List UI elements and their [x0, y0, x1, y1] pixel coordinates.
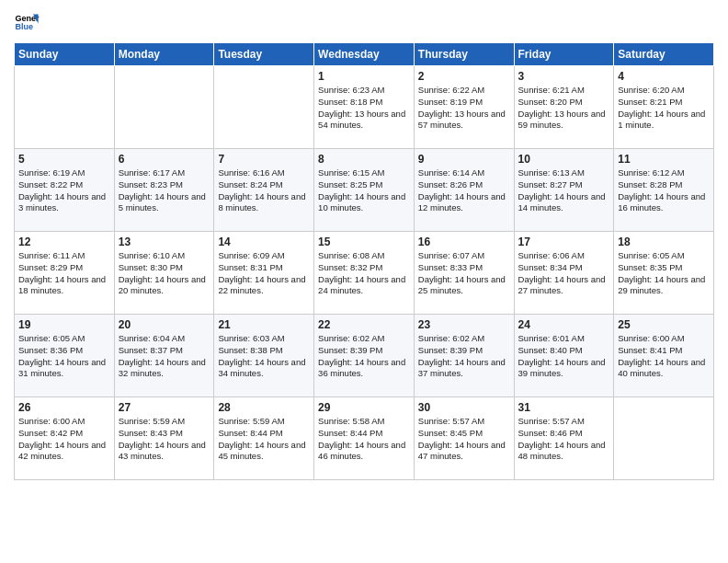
cell-info: Sunrise: 6:14 AMSunset: 8:26 PMDaylight:…: [418, 167, 510, 214]
day-number: 23: [418, 318, 510, 331]
day-number: 2: [418, 70, 510, 83]
weekday-header-friday: Friday: [514, 43, 614, 66]
cell-info: Sunrise: 6:20 AMSunset: 8:21 PMDaylight:…: [618, 85, 710, 132]
cell-info: Sunrise: 5:59 AMSunset: 8:43 PMDaylight:…: [119, 416, 210, 463]
day-number: 31: [518, 401, 610, 414]
day-number: 18: [618, 236, 710, 248]
cell-info: Sunrise: 6:10 AMSunset: 8:30 PMDaylight:…: [119, 250, 210, 297]
calendar-cell: 12Sunrise: 6:11 AMSunset: 8:29 PMDayligh…: [15, 232, 115, 315]
calendar-cell: 31Sunrise: 5:57 AMSunset: 8:46 PMDayligh…: [514, 397, 614, 480]
weekday-header-thursday: Thursday: [414, 43, 514, 66]
cell-info: Sunrise: 6:09 AMSunset: 8:31 PMDaylight:…: [218, 250, 310, 297]
calendar-row-4: 19Sunrise: 6:05 AMSunset: 8:36 PMDayligh…: [15, 315, 714, 397]
calendar-cell: 24Sunrise: 6:01 AMSunset: 8:40 PMDayligh…: [514, 315, 614, 397]
cell-info: Sunrise: 5:58 AMSunset: 8:44 PMDaylight:…: [318, 416, 410, 463]
day-number: 4: [618, 70, 710, 83]
calendar-cell: [614, 397, 714, 480]
calendar-row-2: 5Sunrise: 6:19 AMSunset: 8:22 PMDaylight…: [15, 149, 714, 232]
day-number: 27: [119, 401, 210, 414]
calendar-cell: 23Sunrise: 6:02 AMSunset: 8:39 PMDayligh…: [414, 315, 514, 397]
cell-info: Sunrise: 6:19 AMSunset: 8:22 PMDaylight:…: [18, 167, 110, 214]
cell-info: Sunrise: 6:02 AMSunset: 8:39 PMDaylight:…: [318, 333, 410, 380]
calendar-cell: 2Sunrise: 6:22 AMSunset: 8:19 PMDaylight…: [414, 66, 514, 149]
cell-info: Sunrise: 6:16 AMSunset: 8:24 PMDaylight:…: [218, 167, 310, 214]
calendar-cell: 1Sunrise: 6:23 AMSunset: 8:18 PMDaylight…: [314, 66, 415, 149]
day-number: 15: [318, 236, 410, 248]
calendar-cell: 9Sunrise: 6:14 AMSunset: 8:26 PMDaylight…: [414, 149, 514, 232]
day-number: 20: [119, 318, 210, 331]
day-number: 13: [119, 236, 210, 248]
calendar-cell: 16Sunrise: 6:07 AMSunset: 8:33 PMDayligh…: [414, 232, 514, 315]
calendar-cell: [15, 66, 115, 149]
cell-info: Sunrise: 6:22 AMSunset: 8:19 PMDaylight:…: [418, 85, 510, 132]
calendar-cell: 8Sunrise: 6:15 AMSunset: 8:25 PMDaylight…: [314, 149, 415, 232]
calendar-cell: 30Sunrise: 5:57 AMSunset: 8:45 PMDayligh…: [414, 397, 514, 480]
day-number: 8: [318, 153, 410, 166]
cell-info: Sunrise: 6:21 AMSunset: 8:20 PMDaylight:…: [518, 85, 610, 132]
calendar-cell: 26Sunrise: 6:00 AMSunset: 8:42 PMDayligh…: [15, 397, 115, 480]
weekday-header-saturday: Saturday: [614, 43, 714, 66]
cell-info: Sunrise: 6:02 AMSunset: 8:39 PMDaylight:…: [418, 333, 510, 380]
calendar-cell: 29Sunrise: 5:58 AMSunset: 8:44 PMDayligh…: [314, 397, 415, 480]
calendar-cell: 14Sunrise: 6:09 AMSunset: 8:31 PMDayligh…: [214, 232, 314, 315]
calendar-row-5: 26Sunrise: 6:00 AMSunset: 8:42 PMDayligh…: [15, 397, 714, 480]
cell-info: Sunrise: 6:00 AMSunset: 8:42 PMDaylight:…: [18, 416, 110, 463]
svg-text:Blue: Blue: [15, 22, 33, 31]
calendar-cell: 25Sunrise: 6:00 AMSunset: 8:41 PMDayligh…: [614, 315, 714, 397]
day-number: 6: [119, 153, 210, 166]
day-number: 21: [218, 318, 310, 331]
calendar-cell: 21Sunrise: 6:03 AMSunset: 8:38 PMDayligh…: [214, 315, 314, 397]
weekday-header-sunday: Sunday: [15, 43, 115, 66]
weekday-header-wednesday: Wednesday: [314, 43, 415, 66]
calendar-row-3: 12Sunrise: 6:11 AMSunset: 8:29 PMDayligh…: [15, 232, 714, 315]
day-number: 14: [218, 236, 310, 248]
calendar-cell: 4Sunrise: 6:20 AMSunset: 8:21 PMDaylight…: [614, 66, 714, 149]
day-number: 24: [518, 318, 610, 331]
calendar-cell: 17Sunrise: 6:06 AMSunset: 8:34 PMDayligh…: [514, 232, 614, 315]
day-number: 11: [618, 153, 710, 166]
calendar-page: General Blue SundayMondayTuesdayWednesda…: [0, 0, 728, 563]
calendar-cell: 18Sunrise: 6:05 AMSunset: 8:35 PMDayligh…: [614, 232, 714, 315]
weekday-header-row: SundayMondayTuesdayWednesdayThursdayFrid…: [15, 43, 714, 66]
day-number: 16: [418, 236, 510, 248]
cell-info: Sunrise: 6:23 AMSunset: 8:18 PMDaylight:…: [318, 85, 410, 132]
day-number: 30: [418, 401, 510, 414]
calendar-cell: 5Sunrise: 6:19 AMSunset: 8:22 PMDaylight…: [15, 149, 115, 232]
page-header: General Blue: [14, 9, 714, 35]
day-number: 25: [618, 318, 710, 331]
day-number: 9: [418, 153, 510, 166]
calendar-table: SundayMondayTuesdayWednesdayThursdayFrid…: [14, 42, 714, 480]
cell-info: Sunrise: 6:15 AMSunset: 8:25 PMDaylight:…: [318, 167, 410, 214]
calendar-cell: 6Sunrise: 6:17 AMSunset: 8:23 PMDaylight…: [114, 149, 214, 232]
day-number: 17: [518, 236, 610, 248]
cell-info: Sunrise: 6:11 AMSunset: 8:29 PMDaylight:…: [18, 250, 110, 297]
weekday-header-tuesday: Tuesday: [214, 43, 314, 66]
day-number: 10: [518, 153, 610, 166]
cell-info: Sunrise: 5:57 AMSunset: 8:45 PMDaylight:…: [418, 416, 510, 463]
cell-info: Sunrise: 6:12 AMSunset: 8:28 PMDaylight:…: [618, 167, 710, 214]
calendar-cell: 22Sunrise: 6:02 AMSunset: 8:39 PMDayligh…: [314, 315, 415, 397]
logo: General Blue: [14, 9, 40, 35]
day-number: 26: [18, 401, 110, 414]
calendar-cell: 15Sunrise: 6:08 AMSunset: 8:32 PMDayligh…: [314, 232, 415, 315]
cell-info: Sunrise: 6:05 AMSunset: 8:35 PMDaylight:…: [618, 250, 710, 297]
cell-info: Sunrise: 6:03 AMSunset: 8:38 PMDaylight:…: [218, 333, 310, 380]
day-number: 22: [318, 318, 410, 331]
cell-info: Sunrise: 6:17 AMSunset: 8:23 PMDaylight:…: [119, 167, 210, 214]
day-number: 1: [318, 70, 410, 83]
calendar-cell: 7Sunrise: 6:16 AMSunset: 8:24 PMDaylight…: [214, 149, 314, 232]
calendar-cell: 10Sunrise: 6:13 AMSunset: 8:27 PMDayligh…: [514, 149, 614, 232]
day-number: 7: [218, 153, 310, 166]
cell-info: Sunrise: 6:01 AMSunset: 8:40 PMDaylight:…: [518, 333, 610, 380]
day-number: 29: [318, 401, 410, 414]
calendar-cell: [214, 66, 314, 149]
calendar-cell: 27Sunrise: 5:59 AMSunset: 8:43 PMDayligh…: [114, 397, 214, 480]
cell-info: Sunrise: 6:06 AMSunset: 8:34 PMDaylight:…: [518, 250, 610, 297]
cell-info: Sunrise: 6:05 AMSunset: 8:36 PMDaylight:…: [18, 333, 110, 380]
cell-info: Sunrise: 6:07 AMSunset: 8:33 PMDaylight:…: [418, 250, 510, 297]
cell-info: Sunrise: 5:59 AMSunset: 8:44 PMDaylight:…: [218, 416, 310, 463]
calendar-cell: [114, 66, 214, 149]
calendar-cell: 11Sunrise: 6:12 AMSunset: 8:28 PMDayligh…: [614, 149, 714, 232]
cell-info: Sunrise: 6:13 AMSunset: 8:27 PMDaylight:…: [518, 167, 610, 214]
day-number: 3: [518, 70, 610, 83]
